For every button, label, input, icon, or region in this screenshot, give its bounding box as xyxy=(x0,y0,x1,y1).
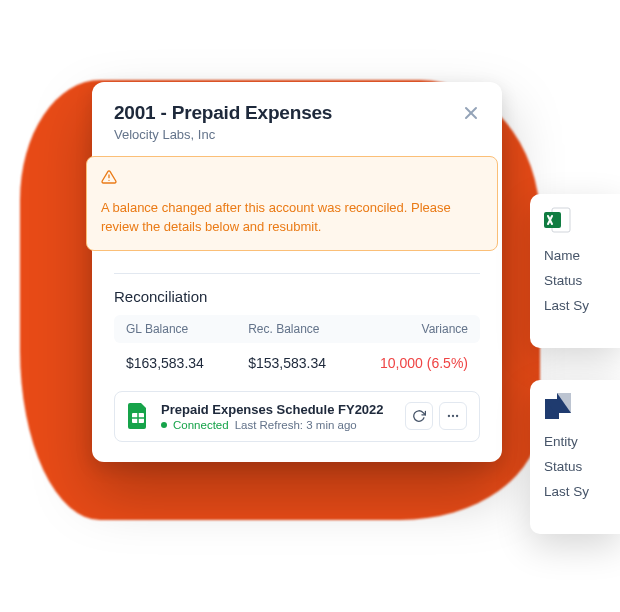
more-icon xyxy=(446,409,460,423)
file-name: Prepaid Expenses Schedule FY2022 xyxy=(161,402,393,417)
card-header: 2001 - Prepaid Expenses Velocity Labs, I… xyxy=(114,102,480,142)
side-label: Entity xyxy=(544,434,620,449)
integration-card-netsuite: Entity Status Last Sy xyxy=(530,380,620,534)
side-label: Last Sy xyxy=(544,484,620,499)
integration-card-excel: Name Status Last Sy xyxy=(530,194,620,348)
card-title: 2001 - Prepaid Expenses xyxy=(114,102,480,124)
file-card: Prepaid Expenses Schedule FY2022 Connect… xyxy=(114,391,480,442)
alert-text: A balance changed after this account was… xyxy=(101,199,483,237)
file-meta: Connected Last Refresh: 3 min ago xyxy=(161,419,393,431)
alert-banner: A balance changed after this account was… xyxy=(86,156,498,251)
card-subtitle: Velocity Labs, Inc xyxy=(114,127,480,142)
value-variance: 10,000 (6.5%) xyxy=(370,355,468,371)
close-icon xyxy=(464,106,478,120)
side-label: Status xyxy=(544,273,620,288)
svg-point-8 xyxy=(452,415,454,417)
file-info: Prepaid Expenses Schedule FY2022 Connect… xyxy=(161,402,393,431)
more-button[interactable] xyxy=(439,402,467,430)
side-label: Last Sy xyxy=(544,298,620,313)
refresh-icon xyxy=(412,409,426,423)
file-status: Connected xyxy=(173,419,229,431)
excel-icon xyxy=(544,206,572,234)
file-actions xyxy=(405,402,467,430)
svg-point-7 xyxy=(448,415,450,417)
svg-point-9 xyxy=(456,415,458,417)
header-rec-balance: Rec. Balance xyxy=(248,322,370,336)
close-button[interactable] xyxy=(460,102,482,124)
reconciliation-header-row: GL Balance Rec. Balance Variance xyxy=(114,315,480,343)
sheets-icon xyxy=(127,403,149,429)
section-title: Reconciliation xyxy=(114,288,480,305)
svg-rect-11 xyxy=(544,212,561,228)
file-refresh: Last Refresh: 3 min ago xyxy=(235,419,357,431)
netsuite-icon xyxy=(544,392,572,420)
warning-icon xyxy=(101,169,117,191)
side-label: Name xyxy=(544,248,620,263)
refresh-button[interactable] xyxy=(405,402,433,430)
reconciliation-data-row: $163,583.34 $153,583.34 10,000 (6.5%) xyxy=(114,343,480,377)
side-label: Status xyxy=(544,459,620,474)
divider xyxy=(114,273,480,274)
value-rec-balance: $153,583.34 xyxy=(248,355,370,371)
status-dot-icon xyxy=(161,422,167,428)
reconciliation-card: 2001 - Prepaid Expenses Velocity Labs, I… xyxy=(92,82,502,462)
header-variance: Variance xyxy=(370,322,468,336)
value-gl-balance: $163,583.34 xyxy=(126,355,248,371)
header-gl-balance: GL Balance xyxy=(126,322,248,336)
